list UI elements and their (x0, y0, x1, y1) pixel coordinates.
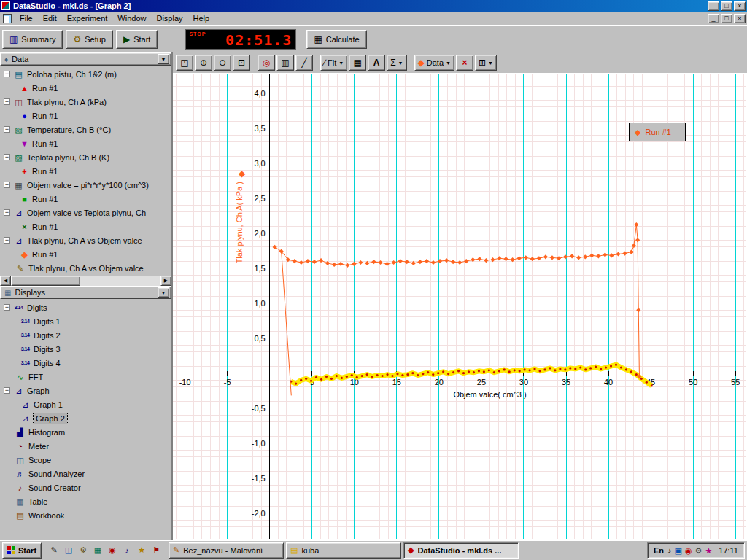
summary-button[interactable]: ▥ Summary (2, 30, 63, 49)
hscroll-left-arrow[interactable]: ◀ (0, 276, 11, 286)
scale-to-fit-button[interactable]: ◰ (176, 55, 193, 71)
data-panel-menu-button[interactable]: ▼ (158, 54, 169, 64)
smart-tool-button[interactable]: ◎ (258, 55, 275, 71)
data-source-item[interactable]: −▨Temperature, Ch B (°C) (0, 122, 171, 136)
quicklaunch-4-icon[interactable]: ▦ (91, 544, 104, 557)
displays-panel-menu-button[interactable]: ▼ (158, 287, 169, 298)
quicklaunch-3-icon[interactable]: ⚙ (77, 544, 90, 557)
quicklaunch-5-icon[interactable]: ◉ (106, 544, 119, 557)
fit-menu-button[interactable]: ∕Fit▼ (320, 55, 347, 71)
slope-tool-button[interactable]: ╱ (295, 55, 313, 71)
run-item[interactable]: ●Run #1 (0, 109, 171, 122)
tree-collapse-icon[interactable]: − (4, 387, 10, 394)
pressure-volume-chart[interactable]: -10-55101520253035404550554,03,53,02,52,… (173, 73, 746, 540)
show-time-button[interactable]: ▥ (276, 55, 294, 71)
tray-update-icon[interactable]: ★ (705, 546, 712, 555)
task-kuba-folder-button[interactable]: ▤kuba (286, 542, 401, 559)
run-item[interactable]: ×Run #1 (0, 219, 171, 233)
hscroll-thumb[interactable] (11, 276, 80, 286)
hscroll-right-arrow[interactable]: ▶ (160, 276, 171, 286)
data-menu-button[interactable]: ◆Data▼ (414, 55, 454, 71)
task-datastudio-button[interactable]: ◆DataStudio - mkl.ds ... (403, 542, 519, 559)
calculate-button[interactable]: ▦ Calculate (306, 30, 366, 49)
restore-button[interactable]: □ (721, 1, 732, 11)
tray-scheduler-icon[interactable]: ⚙ (695, 546, 703, 555)
delete-display-button[interactable]: × (456, 55, 473, 71)
quicklaunch-8-icon[interactable]: ⚑ (150, 544, 163, 557)
display-type-item[interactable]: ◔Meter (0, 439, 171, 453)
data-source-item[interactable]: −▨Teplota plynu, Ch B (K) (0, 150, 171, 164)
data-source-item[interactable]: ✎Tlak plynu, Ch A vs Objem valce (0, 261, 171, 275)
run1-selected-points[interactable] (290, 364, 653, 387)
tray-volume-icon[interactable]: ♪ (667, 546, 672, 555)
tray-antivirus-icon[interactable]: ◉ (685, 546, 692, 555)
zoom-select-button[interactable]: ⊡ (233, 55, 250, 71)
y-axis-series-marker-icon[interactable]: ◆ (239, 168, 245, 179)
display-type-item[interactable]: ♪Sound Creator (0, 481, 171, 494)
run-item[interactable]: ▲Run #1 (0, 81, 171, 95)
menu-file[interactable]: File (15, 12, 38, 24)
graph-plot-area[interactable]: -10-55101520253035404550554,03,53,02,52,… (173, 73, 747, 540)
tray-display-icon[interactable]: ▣ (675, 546, 682, 555)
quicklaunch-2-icon[interactable]: ◫ (62, 544, 75, 557)
run-item[interactable]: ◆Run #1 (0, 247, 171, 261)
task-paint-button[interactable]: ✎Bez_názvu - Malování (169, 542, 284, 559)
menu-window[interactable]: Window (112, 12, 151, 24)
graph-settings-menu-button[interactable]: ⊞▼ (475, 55, 497, 71)
display-item[interactable]: 3.14Digits 2 (0, 328, 171, 342)
menu-edit[interactable]: Edit (38, 12, 62, 24)
zoom-in-button[interactable]: ⊕ (195, 55, 212, 71)
calculator-button[interactable]: ▦ (349, 55, 366, 71)
tree-collapse-icon[interactable]: − (4, 182, 10, 188)
display-type-item[interactable]: −⊿Graph (0, 384, 171, 397)
mdi-close-button[interactable]: × (734, 14, 746, 23)
data-source-item[interactable]: −⊿Objem valce vs Teplota plynu, Ch (0, 206, 171, 219)
run-item[interactable]: ■Run #1 (0, 192, 171, 206)
language-indicator[interactable]: En (654, 546, 664, 555)
text-annotation-button[interactable]: A (368, 55, 385, 71)
quicklaunch-1-icon[interactable]: ✎ (47, 544, 61, 557)
minimize-button[interactable]: _ (708, 1, 719, 11)
display-item[interactable]: 3.14Digits 3 (0, 342, 171, 356)
menu-experiment[interactable]: Experiment (62, 12, 113, 24)
display-type-item[interactable]: ▟Histogram (0, 425, 171, 439)
display-type-item[interactable]: ∿FFT (0, 370, 171, 384)
mdi-minimize-button[interactable]: _ (708, 14, 719, 23)
tree-collapse-icon[interactable]: − (4, 126, 10, 133)
display-item[interactable]: ⊿Graph 2 (0, 411, 171, 425)
run-item[interactable]: ▼Run #1 (0, 136, 171, 150)
graph-legend[interactable]: ◆ Run #1 (629, 122, 686, 141)
tree-collapse-icon[interactable]: − (4, 98, 10, 105)
tree-collapse-icon[interactable]: − (4, 154, 10, 160)
display-item[interactable]: 3.14Digits 4 (0, 356, 171, 370)
menu-display[interactable]: Display (151, 12, 187, 24)
display-type-item[interactable]: ▤Workbook (0, 508, 171, 522)
tree-collapse-icon[interactable]: − (4, 71, 10, 77)
tree-collapse-icon[interactable]: − (4, 304, 10, 311)
statistics-menu-button[interactable]: Σ▼ (387, 55, 406, 71)
quicklaunch-7-icon[interactable]: ★ (135, 544, 148, 557)
display-item[interactable]: ⊿Graph 1 (0, 397, 171, 411)
close-button[interactable]: × (734, 1, 746, 11)
data-source-item[interactable]: −⊿Tlak plynu, Ch A vs Objem valce (0, 233, 171, 247)
quicklaunch-6-icon[interactable]: ♪ (120, 544, 133, 557)
y-tick-label: 0,5 (254, 334, 265, 343)
zoom-out-button[interactable]: ⊖ (214, 55, 231, 71)
mdi-restore-button[interactable]: □ (721, 14, 732, 23)
setup-button[interactable]: ⚙ Setup (66, 30, 113, 49)
display-type-item[interactable]: ▦Table (0, 494, 171, 508)
display-type-item[interactable]: −3.14Digits (0, 300, 171, 314)
data-source-item[interactable]: −▤Poloha pistu, Ch 1&2 (m) (0, 67, 171, 81)
data-source-item[interactable]: −◫Tlak plynu, Ch A (kPa) (0, 95, 171, 109)
tree-collapse-icon[interactable]: − (4, 209, 10, 216)
run-item[interactable]: +Run #1 (0, 164, 171, 178)
tree-collapse-icon[interactable]: − (4, 237, 10, 244)
graph-document-icon[interactable] (3, 14, 12, 23)
display-type-item[interactable]: ♬Sound Analyzer (0, 467, 171, 481)
start-menu-button[interactable]: Start (2, 542, 42, 559)
menu-help[interactable]: Help (188, 12, 215, 24)
start-button[interactable]: ▶ Start (116, 30, 158, 49)
display-item[interactable]: 3.14Digits 1 (0, 314, 171, 328)
data-source-item[interactable]: −▦Objem valce = pi*r*r*y*100 (cm^3) (0, 178, 171, 192)
display-type-item[interactable]: ◫Scope (0, 453, 171, 467)
